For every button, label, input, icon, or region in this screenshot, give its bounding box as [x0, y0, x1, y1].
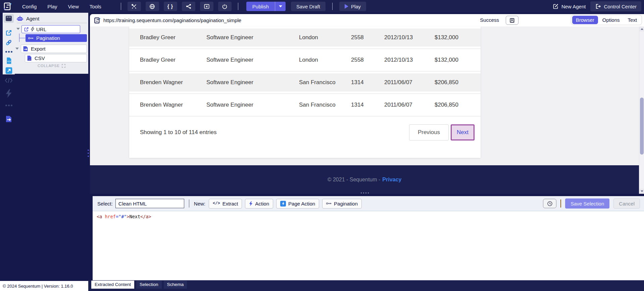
- publish-button[interactable]: Publish: [246, 2, 275, 11]
- scroll-down-button[interactable]: [639, 189, 644, 194]
- tree-node-agent[interactable]: Agent: [17, 14, 87, 23]
- tools-button[interactable]: [128, 2, 141, 11]
- code-view-button[interactable]: [3, 77, 15, 84]
- play-button[interactable]: Play: [339, 2, 366, 11]
- caret-down-icon[interactable]: [16, 28, 20, 30]
- page-footer: © 2021 - Sequentum - Privacy: [90, 165, 639, 194]
- data-json-button[interactable]: { }: [164, 2, 177, 11]
- triangle-up-icon: [641, 28, 643, 30]
- ellipsis-icon: [28, 37, 34, 40]
- browser-view-button[interactable]: [3, 15, 15, 21]
- clock-icon: [547, 201, 553, 207]
- table-cell: Software Engineer: [206, 57, 299, 63]
- table-cell: $206,850: [435, 79, 481, 86]
- scrollbar-thumb[interactable]: [640, 98, 644, 155]
- table-row: Brenden WagnerSoftware EngineerSan Franc…: [129, 94, 481, 116]
- folder-icon: [204, 3, 210, 9]
- collapse-icon: [62, 64, 65, 68]
- tab-selection[interactable]: Selection: [136, 281, 162, 289]
- table-row: Bradley GreerSoftware EngineerLondon2558…: [129, 26, 481, 49]
- more-options-button[interactable]: [3, 105, 15, 106]
- more-tools-button[interactable]: [3, 51, 15, 53]
- next-page-button-selected[interactable]: Next: [451, 124, 475, 140]
- cancel-button[interactable]: Cancel: [613, 198, 640, 209]
- control-center-button[interactable]: Control Center: [590, 1, 641, 11]
- caret-down-icon[interactable]: [15, 48, 19, 50]
- bottom-panel-tabs: Extracted Content Selection Schema: [88, 280, 644, 291]
- tools-icon: [131, 4, 137, 9]
- export-view-button[interactable]: [3, 115, 15, 123]
- link-tool-button[interactable]: [3, 39, 15, 46]
- external-link-icon: [24, 27, 29, 32]
- publish-dropdown-button[interactable]: [275, 2, 286, 11]
- file-code-icon: <>: [6, 57, 12, 64]
- new-agent-button[interactable]: New Agent: [548, 3, 591, 9]
- tree-node-url[interactable]: URL: [21, 25, 80, 33]
- history-button[interactable]: [543, 199, 556, 208]
- panel-drag-handle[interactable]: [88, 150, 89, 157]
- privacy-link[interactable]: Privacy: [382, 177, 401, 183]
- new-action-button[interactable]: Action: [245, 199, 273, 209]
- globe-icon: [149, 4, 155, 9]
- view-mode-tabs: Browser Options Text: [571, 15, 642, 25]
- version-text: © 2024 Sequentum | Version: 1.16.0: [3, 284, 73, 289]
- table-cell: Software Engineer: [206, 102, 299, 108]
- horizontal-splitter-handle[interactable]: [361, 192, 369, 193]
- tree-node-csv[interactable]: CSV CSV: [25, 54, 87, 62]
- toolbar-divider: [189, 199, 189, 208]
- folder-button[interactable]: [200, 2, 213, 11]
- url-input[interactable]: https://training.sequentum.com/paginatio…: [103, 17, 241, 23]
- table-cell: Brenden Wagner: [140, 79, 206, 86]
- save-selection-button[interactable]: Save Selection: [565, 198, 609, 209]
- code-equals: =: [116, 214, 118, 219]
- open-external-button[interactable]: [3, 30, 15, 36]
- pagination-label: Pagination: [334, 201, 358, 207]
- menu-tools[interactable]: Tools: [84, 2, 107, 11]
- table-cell: London: [299, 34, 351, 41]
- new-page-action-button[interactable]: Page Action: [276, 199, 319, 209]
- toolbar-divider: [332, 3, 333, 10]
- menu-play[interactable]: Play: [42, 2, 62, 11]
- export-icon: [5, 115, 12, 123]
- scroll-up-button[interactable]: [639, 26, 644, 32]
- collapse-tree-button[interactable]: COLLAPSE: [15, 64, 88, 68]
- page-scrollbar[interactable]: [639, 26, 644, 194]
- tab-options[interactable]: Options: [599, 16, 624, 24]
- toolbar-divider: [121, 3, 121, 10]
- tab-browser[interactable]: Browser: [572, 16, 598, 24]
- previous-page-button[interactable]: Previous: [409, 124, 449, 140]
- table-cell: 2012/10/13: [384, 34, 435, 41]
- menu-config[interactable]: Config: [17, 2, 42, 11]
- tab-text[interactable]: Text: [624, 16, 641, 24]
- publish-split-button[interactable]: Publish: [246, 2, 286, 11]
- power-button[interactable]: [218, 2, 232, 11]
- external-link-icon: [5, 30, 12, 36]
- toolbar-divider: [238, 3, 238, 10]
- new-extract-button[interactable]: </> Extract: [209, 199, 242, 209]
- tree-node-pagination[interactable]: Pagination: [26, 34, 87, 42]
- selection-toolbar: Select: New: </> Extract Action Page Act…: [93, 196, 644, 211]
- browser-settings-button[interactable]: [146, 2, 159, 11]
- save-draft-button[interactable]: Save Draft: [291, 2, 326, 11]
- code-icon: [5, 77, 13, 84]
- save-icon: [509, 18, 515, 23]
- menu-view[interactable]: View: [63, 2, 84, 11]
- tree-node-export[interactable]: Export: [21, 45, 87, 53]
- chevron-down-icon: [279, 5, 282, 7]
- table-cell: Software Engineer: [206, 34, 299, 41]
- extract-label: Extract: [222, 201, 238, 207]
- select-mode-input[interactable]: [115, 199, 184, 208]
- open-page-button[interactable]: [3, 67, 15, 74]
- save-page-button[interactable]: [506, 16, 518, 25]
- table-cell: $206,850: [435, 102, 481, 108]
- actions-view-button[interactable]: [3, 89, 15, 98]
- tab-schema[interactable]: Schema: [164, 281, 187, 289]
- svg-text:<>: <>: [7, 60, 11, 63]
- braces-icon: { }: [167, 4, 174, 9]
- file-code-button[interactable]: <>: [3, 57, 15, 64]
- table-cell: 1314: [351, 79, 384, 86]
- toolbar-divider: [560, 199, 561, 208]
- share-button[interactable]: [182, 2, 195, 11]
- tab-extracted-content[interactable]: Extracted Content: [91, 281, 134, 289]
- new-pagination-button[interactable]: Pagination: [322, 199, 362, 209]
